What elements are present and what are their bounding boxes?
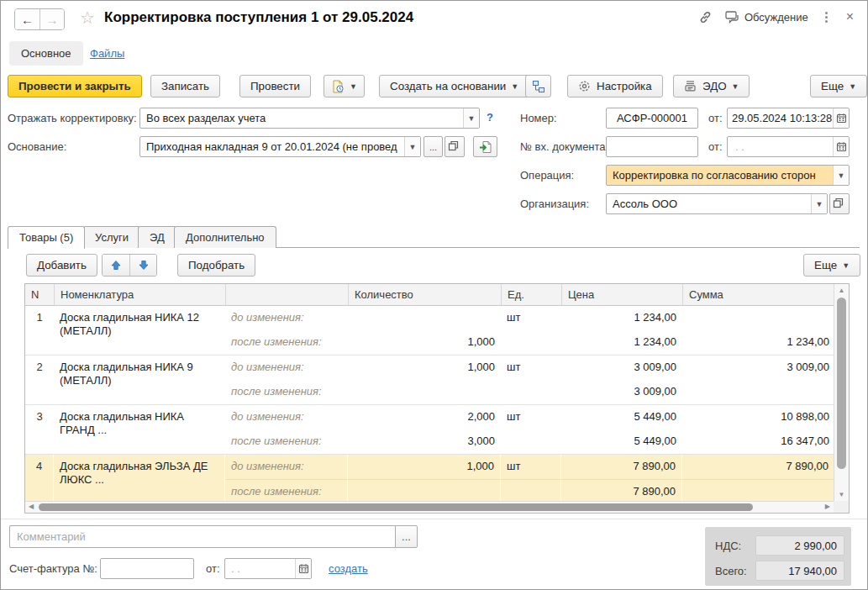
scroll-down-icon[interactable]: ▼ <box>834 491 849 498</box>
scroll-up-icon[interactable]: ▲ <box>834 287 849 294</box>
forward-button[interactable]: → <box>39 9 64 29</box>
create-invoice-link[interactable]: создать <box>329 562 368 575</box>
table-row-selected[interactable]: 4 Доска гладильная ЭЛЬЗА ДЕ ЛЮКС ... до … <box>25 455 834 501</box>
price-before: 1 234,00 <box>561 306 682 330</box>
chevron-down-icon: ▼ <box>732 82 739 91</box>
organization-open-button[interactable] <box>829 193 850 214</box>
horizontal-scrollbar-thumb[interactable] <box>39 503 753 511</box>
price-after: 5 449,00 <box>561 429 682 454</box>
sum-after <box>682 479 834 501</box>
sum-before: 7 890,00 <box>682 455 834 479</box>
before-label: до изменения: <box>225 306 348 330</box>
pick-button[interactable]: Подобрать <box>177 254 255 277</box>
calendar-icon[interactable] <box>833 108 849 128</box>
move-up-button[interactable] <box>103 255 129 276</box>
chevron-down-icon: ▼ <box>350 82 357 91</box>
incoming-date-field[interactable]: . . <box>727 136 850 157</box>
close-icon[interactable]: × <box>844 9 855 24</box>
col-change[interactable] <box>225 284 348 305</box>
edo-button[interactable]: ЭДО ▼ <box>673 75 750 97</box>
invoice-date-field[interactable]: . . <box>224 558 312 579</box>
table-body: 1 Доска гладильная НИКА 12 (МЕТАЛЛ) до и… <box>25 306 834 501</box>
date-field[interactable]: 29.05.2024 10:13:28 <box>727 108 850 129</box>
post-and-close-button[interactable]: Провести и закрыть <box>8 75 142 97</box>
kebab-menu-icon[interactable] <box>822 10 831 24</box>
col-nomenclature[interactable]: Номенклатура <box>54 284 225 305</box>
col-n[interactable]: N <box>25 284 54 305</box>
vertical-scrollbar[interactable]: ▲ ▼ <box>834 284 849 501</box>
after-label: после изменения: <box>225 380 348 404</box>
settings-button[interactable]: Настройка <box>567 75 663 97</box>
tab-main[interactable]: Основное <box>9 41 83 66</box>
sum-after: 16 347,00 <box>682 429 834 454</box>
tab-additional[interactable]: Дополнительно <box>174 226 276 248</box>
move-down-button[interactable] <box>129 255 156 276</box>
number-label: Номер: <box>520 112 557 124</box>
chat-bubble-icon <box>725 10 739 24</box>
reflect-select[interactable]: Во всех разделах учета ▼ <box>139 108 480 129</box>
comment-group: ... <box>9 525 418 548</box>
sum-before: 10 898,00 <box>682 405 834 429</box>
col-sum[interactable]: Сумма <box>682 284 835 305</box>
calendar-icon[interactable] <box>295 559 311 578</box>
tab-services[interactable]: Услуги <box>83 226 140 248</box>
vertical-scrollbar-thumb[interactable] <box>837 298 846 469</box>
favorite-star-icon[interactable]: ☆ <box>80 8 95 28</box>
number-input[interactable] <box>606 108 698 129</box>
qty-before <box>348 306 501 330</box>
invoice-date-label: от: <box>206 562 220 575</box>
organization-select[interactable]: Ассоль ООО ▼ <box>606 193 828 214</box>
basis-select[interactable]: Приходная накладная 9 от 20.01.2024 (не … <box>139 136 421 157</box>
table-row[interactable]: 2 Доска гладильная НИКА 9 (МЕТАЛЛ) до из… <box>25 356 834 405</box>
help-icon[interactable]: ? <box>487 111 493 124</box>
basis-open-button[interactable] <box>445 136 465 157</box>
col-price[interactable]: Цена <box>561 284 682 305</box>
vat-value: 2 990,00 <box>755 535 844 556</box>
qty-after: 1,000 <box>348 330 501 355</box>
chevron-down-icon: ▼ <box>849 82 856 91</box>
tab-files[interactable]: Файлы <box>90 47 124 60</box>
discussion-button[interactable]: Обсуждение <box>725 10 808 24</box>
chevron-down-icon[interactable]: ▼ <box>404 137 420 156</box>
calendar-icon[interactable] <box>833 137 849 156</box>
history-nav-group: ← → <box>14 8 65 30</box>
tab-goods[interactable]: Товары (5) <box>8 226 85 249</box>
add-row-button[interactable]: Добавить <box>26 254 97 277</box>
create-based-on-button[interactable]: Создать на основании ▼ <box>379 75 529 97</box>
structure-report-button[interactable] <box>525 75 551 97</box>
col-qty[interactable]: Количество <box>348 284 501 305</box>
comment-expand-button[interactable]: ... <box>395 525 418 548</box>
scroll-right-icon[interactable]: ▶ <box>825 503 830 510</box>
toolbar-more-button[interactable]: Еще ▼ <box>810 75 867 97</box>
items-table: N Номенклатура Количество Ед. Цена Сумма… <box>24 283 850 514</box>
more-label: Еще <box>821 80 844 92</box>
incoming-doc-input[interactable] <box>606 136 698 157</box>
post-button[interactable]: Провести <box>239 75 311 97</box>
nomenclature-cell: Доска гладильная НИКА 9 (МЕТАЛЛ) <box>54 356 225 404</box>
chevron-down-icon: ▼ <box>842 261 850 270</box>
operation-select[interactable]: Корректировка по согласованию сторон ▼ <box>606 165 850 186</box>
chevron-down-icon[interactable]: ▼ <box>833 166 849 185</box>
back-button[interactable]: ← <box>15 9 39 29</box>
grid-more-button[interactable]: Еще ▼ <box>803 254 860 277</box>
chevron-down-icon[interactable]: ▼ <box>811 194 827 213</box>
chevron-down-icon[interactable]: ▼ <box>463 108 479 128</box>
table-row[interactable]: 3 Доска гладильная НИКА ГРАНД ... до изм… <box>25 405 834 455</box>
table-row[interactable]: 1 Доска гладильная НИКА 12 (МЕТАЛЛ) до и… <box>25 306 834 356</box>
tab-ed[interactable]: ЭД <box>138 226 176 248</box>
scroll-left-icon[interactable]: ◀ <box>29 503 34 510</box>
col-unit[interactable]: Ед. <box>501 284 561 305</box>
document-register-button[interactable]: ▼ <box>324 75 365 97</box>
invoice-number-input[interactable] <box>100 558 194 579</box>
invoice-label: Счет-фактура №: <box>9 562 97 575</box>
row-number: 4 <box>25 455 54 501</box>
save-button[interactable]: Записать <box>150 75 220 97</box>
link-icon[interactable] <box>698 10 712 24</box>
price-after: 1 234,00 <box>561 330 682 355</box>
horizontal-scrollbar[interactable]: ◀ ▶ <box>25 501 834 513</box>
comment-input[interactable] <box>9 525 395 548</box>
fill-from-basis-button[interactable] <box>473 136 497 157</box>
move-row-group <box>102 254 157 277</box>
qty-after: 3,000 <box>348 429 501 454</box>
basis-choose-button[interactable]: ... <box>423 136 443 157</box>
